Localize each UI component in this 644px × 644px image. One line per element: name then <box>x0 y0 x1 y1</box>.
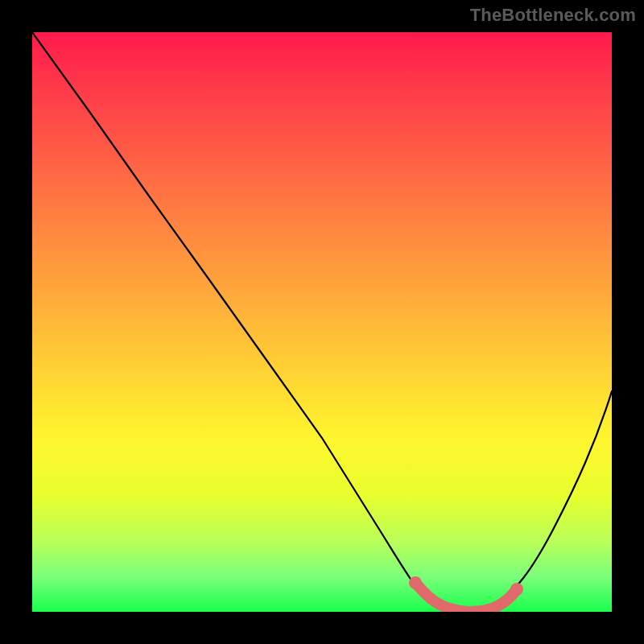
optimal-range-highlight <box>415 583 517 612</box>
optimal-range-end-dot <box>510 583 523 596</box>
watermark-text: TheBottleneck.com <box>470 5 636 26</box>
bottleneck-chart <box>32 32 612 612</box>
bottleneck-curve-line <box>32 32 612 612</box>
optimal-range-start-dot <box>409 576 422 589</box>
chart-gradient-frame <box>32 32 612 612</box>
